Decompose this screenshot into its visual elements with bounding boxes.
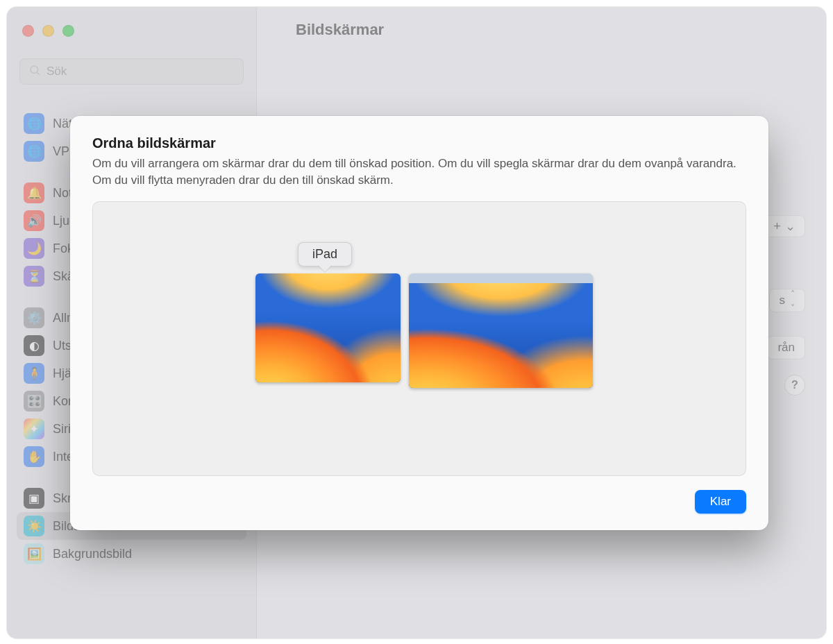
- arrange-displays-sheet: Ordna bildskärmar Om du vill arrangera o…: [70, 116, 768, 530]
- menubar-indicator[interactable]: [409, 273, 593, 283]
- sheet-title: Ordna bildskärmar: [92, 135, 746, 151]
- tooltip-label: iPad: [312, 247, 337, 261]
- display-tooltip: iPad: [298, 242, 352, 266]
- sheet-description: Om du vill arrangera om skärmar drar du …: [92, 155, 746, 189]
- display-main[interactable]: [409, 273, 593, 388]
- wallpaper-preview: [255, 273, 401, 382]
- display-ipad[interactable]: [255, 273, 401, 382]
- wallpaper-preview: [409, 283, 593, 388]
- arrange-canvas[interactable]: iPad: [92, 201, 746, 476]
- done-button[interactable]: Klar: [695, 490, 746, 514]
